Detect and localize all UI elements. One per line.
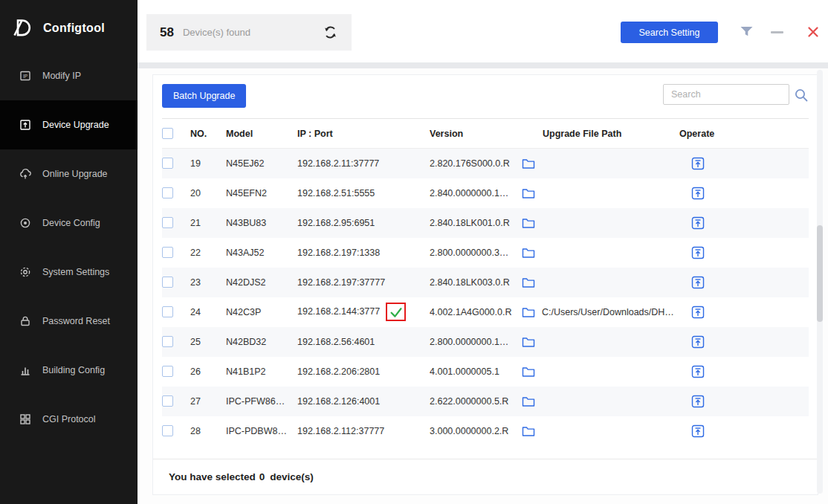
cell-ip-port: 192.168.2.126:4001 xyxy=(297,387,430,416)
cell-ip-port: 192.168.2.197:37777 xyxy=(297,268,430,297)
upload-icon[interactable] xyxy=(691,187,705,200)
refresh-icon[interactable] xyxy=(323,25,338,40)
cell-version: 2.840.0000000.1… xyxy=(430,178,522,208)
cell-version: 2.800.0000000.1… xyxy=(430,327,522,357)
row-checkbox-cell xyxy=(162,297,190,327)
table-row: 22N43AJ52192.168.2.197:13382.800.0000000… xyxy=(162,238,809,268)
folder-icon[interactable] xyxy=(522,336,535,348)
cell-no: 22 xyxy=(190,238,226,268)
cell-file-path xyxy=(522,238,679,268)
sidebar-item-label: Device Upgrade xyxy=(42,120,109,130)
cgi-protocol-icon xyxy=(19,413,31,425)
sidebar: Configtool IP Modify IP Device Upgrade xyxy=(0,0,138,504)
device-config-icon xyxy=(19,217,31,229)
cell-file-path: C:/Users/User/Downloads/DH… xyxy=(522,297,679,327)
row-checkbox[interactable] xyxy=(162,247,173,258)
cell-file-path xyxy=(522,357,679,387)
cell-operate xyxy=(679,297,809,327)
row-checkbox[interactable] xyxy=(162,306,173,317)
sidebar-item-password-reset[interactable]: Password Reset xyxy=(0,297,138,346)
folder-icon[interactable] xyxy=(522,277,535,288)
batch-upgrade-button[interactable]: Batch Upgrade xyxy=(162,84,246,108)
folder-icon[interactable] xyxy=(522,247,535,259)
cell-no: 28 xyxy=(190,416,226,446)
folder-icon[interactable] xyxy=(522,187,535,199)
folder-icon[interactable] xyxy=(522,395,535,407)
col-no: NO. xyxy=(190,119,226,149)
sidebar-item-modify-ip[interactable]: IP Modify IP xyxy=(0,51,138,100)
cell-version: 2.840.18LK003.0.R xyxy=(430,268,522,297)
table-row: 27IPC-PFW86…192.168.2.126:40012.622.0000… xyxy=(162,387,809,416)
sidebar-item-system-settings[interactable]: System Settings xyxy=(0,248,138,297)
cell-version: 2.622.0000000.5.R xyxy=(430,387,522,416)
row-checkbox[interactable] xyxy=(162,395,173,407)
search-input[interactable] xyxy=(663,84,789,105)
cell-operate xyxy=(679,416,809,446)
cell-no: 24 xyxy=(190,297,226,327)
sidebar-item-building-config[interactable]: Building Config xyxy=(0,346,138,395)
search-setting-button[interactable]: Search Setting xyxy=(621,22,718,43)
row-checkbox[interactable] xyxy=(162,425,173,436)
sidebar-item-label: Modify IP xyxy=(42,71,81,81)
cell-model: N43AJ52 xyxy=(226,238,297,268)
col-ip-port: IP : Port xyxy=(297,119,430,149)
sidebar-item-device-config[interactable]: Device Config xyxy=(0,198,138,248)
sidebar-item-cgi-protocol[interactable]: CGI Protocol xyxy=(0,395,138,444)
upload-icon[interactable] xyxy=(691,365,705,378)
sidebar-item-online-upgrade[interactable]: Online Upgrade xyxy=(0,149,138,198)
row-checkbox[interactable] xyxy=(162,336,173,347)
row-checkbox[interactable] xyxy=(162,217,173,228)
minimize-icon[interactable] xyxy=(771,31,783,33)
folder-icon[interactable] xyxy=(522,217,535,229)
online-upgrade-icon xyxy=(19,168,31,180)
cell-file-path xyxy=(522,178,679,208)
system-settings-icon xyxy=(19,266,31,278)
row-checkbox[interactable] xyxy=(162,277,173,288)
upload-icon[interactable] xyxy=(691,306,705,319)
cell-model: N42DJS2 xyxy=(226,268,297,297)
upload-icon[interactable] xyxy=(691,216,705,230)
search-icon[interactable] xyxy=(794,88,809,103)
cell-model: N45EFN2 xyxy=(226,178,297,208)
folder-icon[interactable] xyxy=(522,425,535,437)
row-checkbox[interactable] xyxy=(162,158,173,169)
select-all-checkbox[interactable] xyxy=(162,128,173,139)
upload-icon[interactable] xyxy=(691,157,705,170)
upload-icon[interactable] xyxy=(691,276,705,289)
folder-icon[interactable] xyxy=(522,366,535,378)
row-checkbox-cell xyxy=(162,178,190,208)
table-header-row: NO. Model IP : Port Version Upgrade File… xyxy=(162,119,809,149)
upload-icon[interactable] xyxy=(691,335,705,349)
cell-ip-port: 192.168.2.11:37777 xyxy=(297,149,430,178)
folder-icon[interactable] xyxy=(522,158,535,169)
sidebar-item-device-upgrade[interactable]: Device Upgrade xyxy=(0,100,138,149)
col-upgrade-file-path: Upgrade File Path xyxy=(522,119,679,149)
cell-model: N41B1P2 xyxy=(226,357,297,387)
password-reset-lock-icon xyxy=(19,315,31,327)
cell-operate xyxy=(679,208,809,238)
cell-version: 4.002.1A4G000.0.R xyxy=(430,297,522,327)
folder-icon[interactable] xyxy=(522,306,535,318)
close-icon[interactable] xyxy=(807,26,819,38)
cell-version: 2.840.18LK001.0.R xyxy=(430,208,522,238)
cell-no: 21 xyxy=(190,208,226,238)
row-checkbox[interactable] xyxy=(162,187,173,198)
upload-icon[interactable] xyxy=(691,395,705,408)
device-table: NO. Model IP : Port Version Upgrade File… xyxy=(153,118,818,446)
cell-ip-port: 192.168.2.95:6951 xyxy=(297,208,430,238)
upload-icon[interactable] xyxy=(691,246,705,259)
upload-icon[interactable] xyxy=(691,424,705,438)
filter-icon[interactable] xyxy=(740,26,754,37)
content-area: 58 Device(s) found Search Setting xyxy=(138,0,828,504)
row-checkbox[interactable] xyxy=(162,366,173,377)
cell-ip-port: 192.168.2.206:2801 xyxy=(297,357,430,387)
selection-status-bar: You have selected 0 device(s) xyxy=(153,459,818,494)
scrollbar-thumb[interactable] xyxy=(817,225,823,322)
cell-file-path xyxy=(522,416,679,446)
table-row: 20N45EFN2192.168.2.51:55552.840.0000000.… xyxy=(162,178,809,208)
sidebar-item-label: Password Reset xyxy=(42,316,110,326)
cell-version: 2.800.0000000.3… xyxy=(430,238,522,268)
cell-ip-port: 192.168.2.197:1338 xyxy=(297,238,430,268)
selected-prefix: You have selected xyxy=(169,471,256,482)
cell-ip-port: 192.168.2.51:5555 xyxy=(297,178,430,208)
